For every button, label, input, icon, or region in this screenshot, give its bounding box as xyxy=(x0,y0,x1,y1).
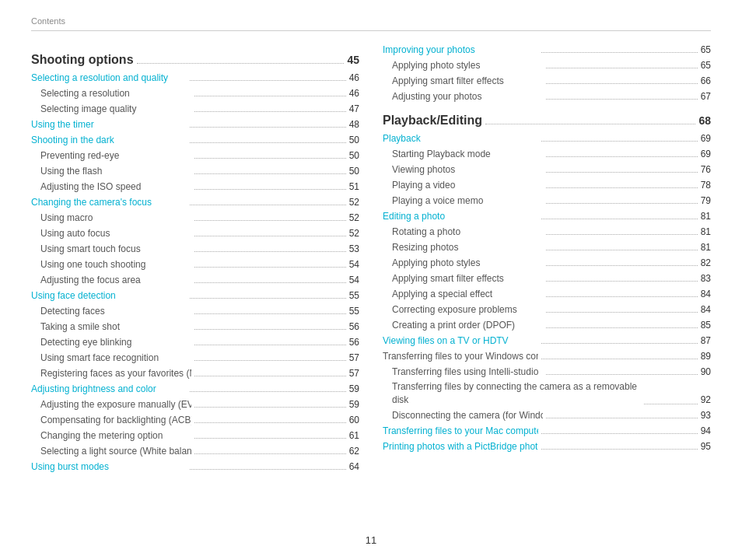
toc-title: Using the flash xyxy=(40,164,191,178)
page-number-ref: 69 xyxy=(701,131,711,145)
toc-title: Using burst modes xyxy=(31,460,187,474)
toc-title: Applying smart filter effects xyxy=(392,74,543,88)
page-number-ref: 87 xyxy=(701,334,711,348)
toc-section-heading: Shooting options45 xyxy=(31,51,359,69)
toc-entry: Changing the metering option61 xyxy=(31,429,359,443)
toc-entry: Applying smart filter effects83 xyxy=(383,271,711,285)
toc-entry: Adjusting the focus area54 xyxy=(31,273,359,287)
content-area: Shooting options45Selecting a resolution… xyxy=(31,43,711,475)
toc-title: Changing the camera's focus xyxy=(31,195,187,209)
page-number-ref: 62 xyxy=(349,444,359,458)
toc-entry: Applying a special effect84 xyxy=(383,287,711,301)
dots-decoration xyxy=(541,433,697,434)
dots-decoration xyxy=(190,142,345,143)
toc-title: Using the timer xyxy=(31,117,187,131)
dots-decoration xyxy=(541,141,697,142)
toc-entry: Preventing red-eye50 xyxy=(31,149,359,163)
toc-title: Adjusting brightness and color xyxy=(31,382,187,396)
dots-decoration xyxy=(190,391,345,392)
page-number-ref: 76 xyxy=(701,163,711,177)
page-number-ref: 89 xyxy=(701,349,711,363)
dots-decoration xyxy=(546,187,697,188)
page-number-ref: 47 xyxy=(349,102,359,116)
dots-decoration xyxy=(546,312,697,313)
dots-decoration xyxy=(541,52,697,53)
page-number-ref: 52 xyxy=(349,195,359,209)
toc-entry: Playing a video78 xyxy=(383,178,711,192)
dots-decoration xyxy=(546,281,697,282)
page-number-ref: 53 xyxy=(349,242,359,256)
toc-entry: Transferring files to your Windows compu… xyxy=(383,349,711,363)
toc-title: Adjusting the exposure manually (EV) xyxy=(40,397,191,411)
page-number-ref: 93 xyxy=(701,408,711,422)
toc-entry-multiline: Transferring files by connecting the cam… xyxy=(383,380,711,407)
toc-section-heading: Playback/Editing68 xyxy=(383,111,711,130)
toc-title: Selecting a resolution xyxy=(40,86,191,100)
right-column: Improving your photos65Applying photo st… xyxy=(383,43,711,475)
toc-entry: Applying photo styles82 xyxy=(383,256,711,270)
page-number-ref: 56 xyxy=(349,335,359,349)
dots-decoration xyxy=(194,376,345,376)
toc-entry: Correcting exposure problems84 xyxy=(383,303,711,317)
toc-entry: Selecting a resolution46 xyxy=(31,86,359,100)
page-number-ref: 54 xyxy=(349,273,359,287)
toc-title: Using smart touch focus xyxy=(40,242,191,256)
toc-title: Transferring files to your Mac computer xyxy=(383,424,538,438)
toc-title: Compensating for backlighting (ACB) xyxy=(40,413,191,427)
dots-decoration xyxy=(194,111,345,112)
dots-decoration xyxy=(546,250,697,250)
dots-decoration xyxy=(546,327,697,328)
dots-decoration xyxy=(137,63,345,64)
page-number-ref: 55 xyxy=(349,304,359,318)
toc-title: Editing a photo xyxy=(383,209,538,223)
page-number-ref: 57 xyxy=(349,366,359,380)
page-number-ref: 81 xyxy=(701,209,711,223)
toc-entry: Adjusting brightness and color59 xyxy=(31,382,359,396)
toc-entry: Transferring files using Intelli-studio9… xyxy=(383,365,711,379)
page-number-ref: 46 xyxy=(349,86,359,100)
dots-decoration xyxy=(194,453,345,454)
toc-title: Changing the metering option xyxy=(40,429,191,443)
toc-title: Disconnecting the camera (for Windows XP… xyxy=(392,408,543,422)
page-number-ref: 51 xyxy=(349,180,359,194)
toc-entry: Viewing files on a TV or HDTV87 xyxy=(383,334,711,348)
page-number-ref: 67 xyxy=(701,89,711,103)
toc-entry: Playing a voice memo79 xyxy=(383,194,711,208)
header-section: Contents xyxy=(31,16,711,31)
dots-decoration xyxy=(546,83,697,84)
page-number-ref: 85 xyxy=(701,318,711,332)
dots-decoration xyxy=(194,360,345,361)
toc-title: Transferring files by connecting the cam… xyxy=(392,380,641,407)
toc-entry: Playback69 xyxy=(383,131,711,145)
toc-title: Correcting exposure problems xyxy=(392,303,543,317)
dots-decoration xyxy=(541,359,697,359)
left-column: Shooting options45Selecting a resolution… xyxy=(31,43,359,475)
toc-entry: Rotating a photo81 xyxy=(383,225,711,239)
dots-decoration xyxy=(194,282,345,283)
toc-entry: Starting Playback mode69 xyxy=(383,147,711,161)
toc-title: Improving your photos xyxy=(383,43,538,57)
toc-entry: Selecting a resolution and quality46 xyxy=(31,71,359,85)
dots-decoration xyxy=(190,80,345,81)
header-label: Contents xyxy=(31,16,65,26)
toc-entry: Printing photos with a PictBridge photo … xyxy=(383,439,711,453)
page-number-ref: 60 xyxy=(349,413,359,427)
page-number-ref: 68 xyxy=(698,113,711,129)
toc-title: Applying a special effect xyxy=(392,287,543,301)
toc-entry: Using face detection55 xyxy=(31,289,359,303)
dots-decoration xyxy=(546,68,697,68)
dots-decoration xyxy=(546,234,697,235)
dots-decoration xyxy=(194,329,345,330)
page-number-ref: 79 xyxy=(701,194,711,208)
toc-title: Detecting faces xyxy=(40,304,191,318)
dots-decoration xyxy=(546,172,697,173)
dots-decoration xyxy=(194,220,345,221)
toc-entry: Disconnecting the camera (for Windows XP… xyxy=(383,408,711,422)
toc-title: Selecting a resolution and quality xyxy=(31,71,187,85)
toc-title: Registering faces as your favorites (My … xyxy=(40,366,191,380)
dots-decoration xyxy=(541,343,697,344)
page-number-ref: 54 xyxy=(349,257,359,271)
page-number-ref: 65 xyxy=(701,43,711,57)
toc-title: Transferring files using Intelli-studio xyxy=(392,365,543,379)
toc-entry: Applying smart filter effects66 xyxy=(383,74,711,88)
